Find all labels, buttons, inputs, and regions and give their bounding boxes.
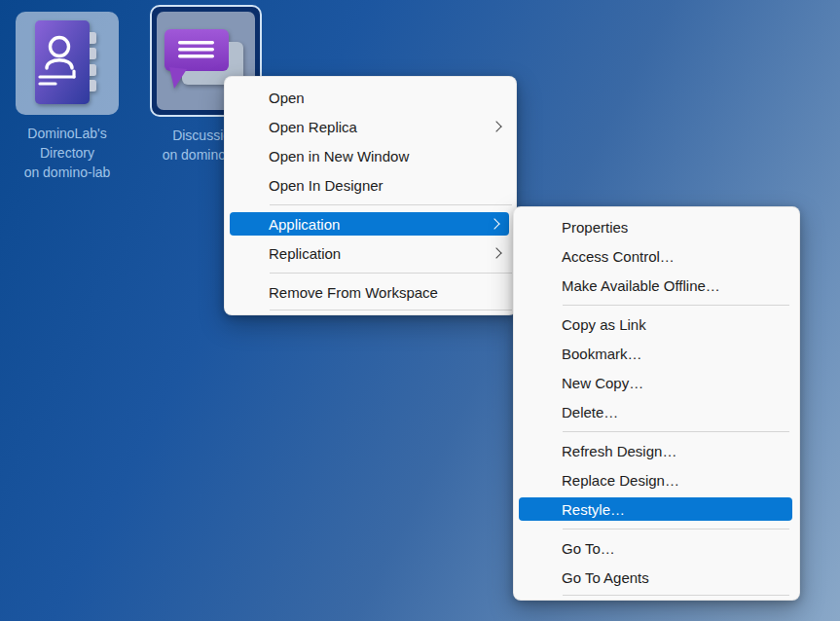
separator-line — [270, 204, 512, 205]
menu-item-open-in-designer[interactable]: Open In Designer — [225, 170, 516, 200]
separator-line — [563, 305, 789, 306]
menu-item-label: Replication — [269, 245, 341, 262]
chevron-right-icon — [489, 218, 499, 229]
menu-item-application[interactable]: Application — [230, 212, 509, 236]
application-submenu: PropertiesAccess Control…Make Available … — [513, 206, 800, 601]
menu-item-open-in-new-window[interactable]: Open in New Window — [225, 141, 516, 170]
menu-item-new-copy[interactable]: New Copy… — [514, 368, 799, 397]
menu-item-copy-as-link[interactable]: Copy as Link — [514, 310, 799, 339]
menu-separator — [514, 592, 799, 598]
chevron-right-icon — [491, 247, 501, 258]
menu-item-refresh-design[interactable]: Refresh Design… — [514, 436, 799, 465]
menu-item-bookmark[interactable]: Bookmark… — [514, 339, 799, 368]
chevron-right-icon — [491, 121, 501, 131]
separator-line — [270, 310, 512, 310]
menu-item-go-to-agents[interactable]: Go To Agents — [514, 563, 799, 592]
menu-item-properties[interactable]: Properties — [514, 212, 799, 241]
workspace-tile-directory[interactable]: DominoLab's Directory on domino-lab — [2, 12, 132, 182]
menu-item-open[interactable]: Open — [225, 83, 516, 112]
menu-item-restyle[interactable]: Restyle… — [519, 497, 792, 521]
menu-item-replication[interactable]: Replication — [225, 238, 516, 268]
menu-item-label: Copy as Link — [562, 316, 646, 333]
menu-item-label: Application — [269, 216, 340, 233]
context-menu: OpenOpen ReplicaOpen in New WindowOpen I… — [224, 76, 517, 315]
menu-item-label: Go To Agents — [562, 569, 649, 586]
separator-line — [270, 273, 512, 274]
menu-item-remove-from-workspace[interactable]: Remove From Workspace — [225, 277, 516, 307]
menu-item-label: Bookmark… — [562, 346, 642, 362]
menu-separator — [225, 307, 516, 312]
tile-background — [16, 12, 119, 115]
menu-separator — [514, 524, 799, 533]
menu-item-label: Replace Design… — [562, 472, 679, 489]
menu-item-make-available-offline[interactable]: Make Available Offline… — [514, 271, 799, 300]
menu-item-label: Open Replica — [269, 119, 357, 135]
workspace-desktop: DominoLab's Directory on domino-lab — [0, 0, 840, 621]
menu-item-label: New Copy… — [562, 375, 643, 391]
tile-label-directory: DominoLab's Directory on domino-lab — [2, 124, 132, 182]
menu-item-label: Make Available Offline… — [562, 277, 720, 294]
menu-item-label: Refresh Design… — [562, 443, 676, 459]
menu-item-label: Properties — [562, 219, 628, 236]
menu-item-label: Open In Designer — [269, 177, 383, 194]
menu-item-label: Open in New Window — [269, 148, 409, 164]
menu-item-delete[interactable]: Delete… — [514, 397, 799, 426]
tile-label-line: on domino-lab — [2, 163, 132, 182]
menu-separator — [225, 200, 516, 209]
menu-separator — [514, 300, 799, 310]
separator-line — [563, 431, 789, 432]
menu-separator — [514, 426, 799, 436]
tile-label-line: DominoLab's — [2, 124, 132, 143]
tile-label-line: Directory — [2, 143, 132, 163]
menu-separator — [225, 268, 516, 277]
separator-line — [563, 595, 789, 596]
menu-item-label: Go To… — [562, 540, 615, 557]
menu-item-label: Remove From Workspace — [269, 284, 438, 301]
menu-item-label: Restyle… — [562, 501, 625, 518]
menu-item-label: Open — [269, 90, 305, 106]
menu-item-label: Delete… — [562, 404, 618, 420]
separator-line — [563, 529, 789, 530]
address-book-icon — [35, 20, 99, 106]
menu-item-open-replica[interactable]: Open Replica — [225, 112, 516, 141]
menu-item-go-to[interactable]: Go To… — [514, 533, 799, 563]
menu-item-replace-design[interactable]: Replace Design… — [514, 465, 799, 494]
menu-item-access-control[interactable]: Access Control… — [514, 241, 799, 271]
menu-item-label: Access Control… — [562, 248, 675, 265]
